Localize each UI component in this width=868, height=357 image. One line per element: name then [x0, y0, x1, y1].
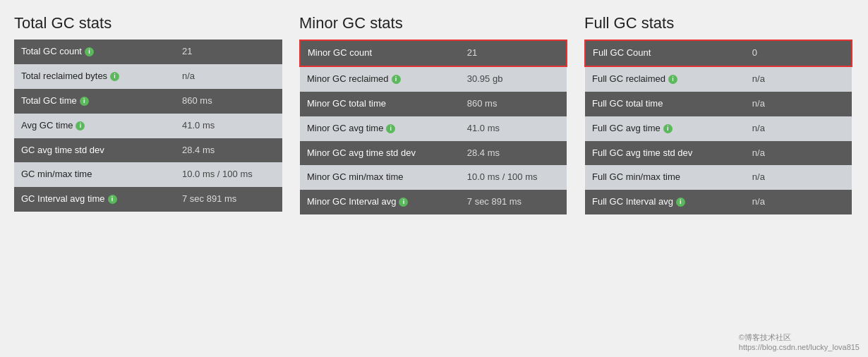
- section-title-full-gc: Full GC stats: [584, 14, 852, 32]
- page-wrapper: Total GC statsTotal GC counti21Total rec…: [14, 14, 854, 214]
- row-label: Full GC total time: [585, 92, 745, 116]
- row-label: Minor GC avg timei: [300, 116, 460, 141]
- row-label: Minor GC avg time std dev: [300, 141, 460, 166]
- label-text: Minor GC total time: [307, 98, 386, 109]
- label-text: Minor GC min/max time: [307, 171, 404, 182]
- label-text: Total GC count: [21, 46, 82, 56]
- table-row: GC Interval avg timei7 sec 891 ms: [14, 187, 282, 212]
- table-row: Minor GC total time860 ms: [300, 92, 567, 116]
- label-text: Full GC avg time: [592, 123, 661, 133]
- table-row: Full GC avg timein/a: [585, 116, 852, 141]
- label-text: Minor GC count: [308, 47, 372, 58]
- info-icon[interactable]: i: [392, 75, 401, 84]
- label-text: Minor GC avg time std dev: [307, 147, 416, 158]
- label-text: Full GC Count: [593, 47, 651, 58]
- row-label: Total reclaimed bytesi: [14, 64, 175, 89]
- label-text: GC Interval avg time: [21, 193, 105, 204]
- label-text: GC min/max time: [21, 169, 92, 179]
- label-text: Minor GC avg time: [307, 123, 383, 133]
- row-label: Full GC Interval avgi: [585, 190, 745, 214]
- row-label: Full GC min/max time: [585, 165, 745, 190]
- table-row: Full GC min/max timen/a: [585, 165, 852, 190]
- info-icon[interactable]: i: [676, 198, 685, 207]
- table-row: Full GC total timen/a: [585, 92, 852, 116]
- label-text: Full GC total time: [592, 98, 663, 109]
- table-row: Minor GC avg time std dev28.4 ms: [300, 141, 567, 166]
- row-value: 41.0 ms: [460, 116, 567, 141]
- info-icon[interactable]: i: [668, 75, 677, 84]
- row-label: GC min/max time: [14, 162, 175, 187]
- info-icon[interactable]: i: [663, 124, 673, 133]
- row-label: Total GC timei: [14, 89, 175, 114]
- info-icon[interactable]: i: [399, 198, 408, 207]
- row-value: 28.4 ms: [460, 141, 567, 166]
- row-label: Full GC reclaimedi: [585, 66, 745, 92]
- label-text: Full GC Interval avg: [592, 196, 673, 207]
- section-minor-gc: Minor GC statsMinor GC count21Minor GC r…: [299, 14, 567, 214]
- section-full-gc: Full GC statsFull GC Count0Full GC recla…: [584, 14, 852, 214]
- row-label: Full GC avg time std dev: [585, 141, 745, 166]
- row-value: 30.95 gb: [460, 66, 567, 92]
- table-row: Total GC timei860 ms: [14, 89, 282, 114]
- label-text: Full GC min/max time: [592, 171, 680, 182]
- label-text: Total reclaimed bytes: [21, 71, 107, 81]
- table-row: Total reclaimed bytesin/a: [14, 64, 282, 89]
- label-text: Full GC reclaimed: [592, 73, 665, 84]
- label-text: Total GC time: [21, 95, 77, 106]
- label-text: Full GC avg time std dev: [592, 147, 692, 158]
- table-row: Full GC reclaimedin/a: [585, 66, 852, 92]
- info-icon[interactable]: i: [85, 47, 94, 56]
- row-label: Minor GC count: [300, 40, 460, 66]
- table-row: Full GC Interval avgin/a: [585, 190, 852, 214]
- row-value: 7 sec 891 ms: [175, 187, 282, 212]
- row-label: Avg GC timei: [14, 114, 175, 138]
- section-total-gc: Total GC statsTotal GC counti21Total rec…: [14, 14, 282, 212]
- row-label: Full GC avg timei: [585, 116, 745, 141]
- label-text: Minor GC reclaimed: [307, 73, 389, 84]
- row-value: 10.0 ms / 100 ms: [175, 162, 282, 187]
- label-text: GC avg time std dev: [21, 145, 104, 155]
- info-icon[interactable]: i: [80, 97, 89, 106]
- row-value: 21: [175, 40, 282, 64]
- info-icon[interactable]: i: [386, 124, 395, 133]
- row-value: n/a: [745, 66, 852, 92]
- row-value: 41.0 ms: [175, 114, 282, 138]
- info-icon[interactable]: i: [108, 195, 117, 204]
- row-label: GC Interval avg timei: [14, 187, 175, 212]
- row-value: 21: [460, 40, 567, 66]
- stats-table-total-gc: Total GC counti21Total reclaimed bytesin…: [14, 40, 282, 212]
- table-row: Minor GC reclaimedi30.95 gb: [300, 66, 567, 92]
- info-icon[interactable]: i: [76, 121, 85, 131]
- table-row: Full GC Count0: [585, 40, 852, 66]
- row-label: Minor GC min/max time: [300, 165, 460, 190]
- row-value: n/a: [745, 165, 852, 190]
- stats-table-minor-gc: Minor GC count21Minor GC reclaimedi30.95…: [299, 40, 567, 214]
- table-row: Full GC avg time std devn/a: [585, 141, 852, 166]
- row-value: n/a: [745, 116, 852, 141]
- row-value: 860 ms: [175, 89, 282, 114]
- table-row: Minor GC Interval avgi7 sec 891 ms: [300, 190, 567, 214]
- row-value: 0: [745, 40, 852, 66]
- table-row: Avg GC timei41.0 ms: [14, 114, 282, 138]
- row-label: Minor GC reclaimedi: [300, 66, 460, 92]
- row-label: Full GC Count: [585, 40, 745, 66]
- row-value: 860 ms: [460, 92, 567, 116]
- label-text: Minor GC Interval avg: [307, 196, 396, 207]
- row-label: Minor GC Interval avgi: [300, 190, 460, 214]
- table-row: Total GC counti21: [14, 40, 282, 64]
- table-row: Minor GC min/max time10.0 ms / 100 ms: [300, 165, 567, 190]
- section-title-minor-gc: Minor GC stats: [299, 14, 567, 32]
- row-label: Total GC counti: [14, 40, 175, 64]
- table-row: Minor GC count21: [300, 40, 567, 66]
- row-value: 10.0 ms / 100 ms: [460, 165, 567, 190]
- table-row: GC avg time std dev28.4 ms: [14, 138, 282, 163]
- stats-table-full-gc: Full GC Count0Full GC reclaimedin/aFull …: [584, 40, 852, 214]
- row-value: n/a: [745, 141, 852, 166]
- row-value: n/a: [175, 64, 282, 89]
- row-value: n/a: [745, 92, 852, 116]
- row-value: 28.4 ms: [175, 138, 282, 163]
- label-text: Avg GC time: [21, 120, 73, 131]
- info-icon[interactable]: i: [110, 72, 119, 81]
- table-row: GC min/max time10.0 ms / 100 ms: [14, 162, 282, 187]
- row-value: n/a: [745, 190, 852, 214]
